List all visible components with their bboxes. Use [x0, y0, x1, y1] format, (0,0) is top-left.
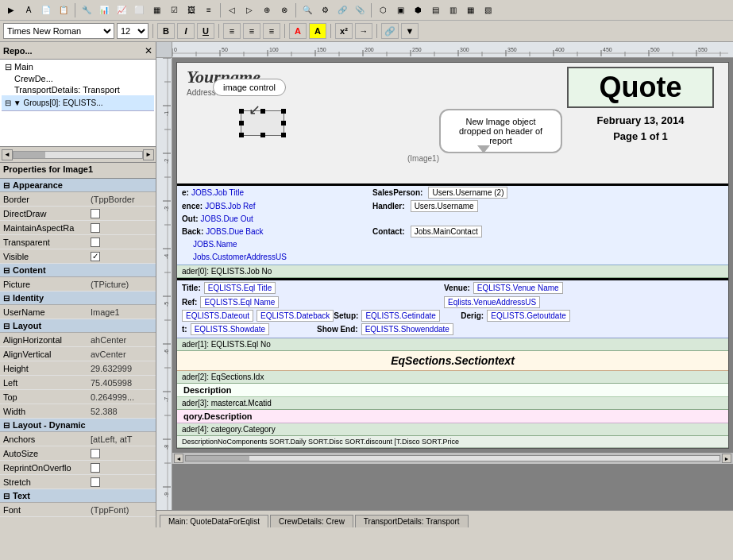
tool21-btn[interactable]: ⬡ [375, 2, 391, 18]
tool9-btn[interactable]: ▦ [149, 2, 164, 18]
tool17-btn[interactable]: 🔍 [299, 2, 315, 18]
prop-directdraw-check[interactable] [91, 209, 100, 218]
prop-font-value[interactable]: (TppFont) [91, 505, 152, 515]
tool23-btn[interactable]: ⬢ [410, 2, 426, 18]
scroll-left-btn[interactable]: ◄ [2, 149, 13, 160]
prop-height-value[interactable]: 29.632999 [91, 364, 152, 373]
props-section-identity[interactable]: ⊟ Identity [0, 292, 156, 305]
tree-item-transport[interactable]: TransportDetails: Transport [2, 84, 154, 95]
hscroll-right-btn[interactable]: ► [722, 454, 731, 463]
prop-width-value[interactable]: 52.388 [91, 407, 152, 416]
tool26-btn[interactable]: ▦ [462, 2, 478, 18]
image1-placeholder[interactable] [241, 110, 284, 136]
hscrollbar[interactable]: ◄ ► [172, 453, 733, 464]
superscript-btn[interactable]: x² [335, 23, 353, 39]
prop-anchors-value[interactable]: [atLeft, atT [91, 434, 152, 444]
prop-alignv-value[interactable]: avCenter [91, 350, 152, 359]
jobs-contact-label: Contact: [372, 227, 405, 236]
eqlists-showdate-value: EQLISTS.Showdate [191, 323, 270, 335]
link-btn[interactable]: 🔗 [381, 23, 399, 39]
props-section-text[interactable]: ⊟ Text [0, 489, 156, 503]
underline-btn[interactable]: U [197, 23, 214, 39]
hscroll-track[interactable] [185, 455, 720, 462]
tool8-btn[interactable]: ⬜ [131, 2, 147, 18]
eqlists-showdate-t: t: [182, 325, 187, 334]
tool27-btn[interactable]: ▧ [480, 2, 496, 18]
props-section-content[interactable]: ⊟ Content [0, 264, 156, 277]
tab-main[interactable]: Main: QuoteDataForEqlist [160, 515, 268, 527]
props-section-layout-dyn[interactable]: ⊟ Layout - Dynamic [0, 419, 156, 432]
jobs-row-out: Out: JOBS.Due Out [177, 213, 728, 226]
ruler-svg: 0 50 100 150 200 250 [172, 42, 733, 56]
prop-autosize-check[interactable] [91, 449, 100, 458]
prop-username-value[interactable]: Image1 [91, 307, 152, 317]
handle-ml [239, 121, 244, 126]
tab-crew[interactable]: CrewDetails: Crew [270, 515, 353, 527]
prop-left-name: Left [3, 378, 91, 388]
tool13-btn[interactable]: ◁ [224, 2, 240, 18]
prop-reprintoverflow-check[interactable] [91, 463, 100, 473]
prop-left-value[interactable]: 75.405998 [91, 378, 152, 388]
scroll-track[interactable] [13, 151, 143, 159]
tool20-btn[interactable]: 📎 [352, 2, 368, 18]
canvas-area[interactable]: 0 50 100 150 200 250 [156, 42, 733, 527]
bold-btn[interactable]: B [157, 23, 175, 39]
align-center-btn[interactable]: ≡ [243, 23, 260, 39]
prop-transparent: Transparent [0, 235, 156, 249]
tool12-btn[interactable]: ≡ [201, 2, 217, 18]
tree-item-crewdetails[interactable]: CrewDe... [2, 73, 154, 84]
more-btn[interactable]: ▼ [401, 23, 419, 39]
eqlists-title-label: Title: [182, 284, 201, 292]
tool10-btn[interactable]: ☑ [166, 2, 182, 18]
tool14-btn[interactable]: ▷ [241, 2, 257, 18]
report-scroll[interactable]: image control ↙ Yourname AddressUS [172, 58, 733, 510]
tool3-btn[interactable]: 📄 [38, 2, 54, 18]
tool18-btn[interactable]: ⚙ [317, 2, 333, 18]
tree-item-main[interactable]: ⊟ Main [2, 61, 154, 73]
tool25-btn[interactable]: ▥ [445, 2, 461, 18]
tool15-btn[interactable]: ⊕ [259, 2, 275, 18]
svg-text:-7: -7 [164, 397, 169, 402]
prop-picture-value[interactable]: (TPicture) [91, 280, 152, 289]
tool11-btn[interactable]: 🖼 [183, 2, 199, 18]
prop-visible-check[interactable]: ✓ [91, 252, 100, 261]
prop-maintainaspect-check[interactable] [91, 223, 100, 233]
font-size-select[interactable]: 12 [117, 23, 149, 39]
handle-bl [239, 133, 244, 137]
tool5-btn[interactable]: 🔧 [79, 2, 95, 18]
italic-btn[interactable]: I [177, 23, 195, 39]
bg-color-btn[interactable]: A [309, 23, 326, 39]
tool16-btn[interactable]: ⊗ [276, 2, 292, 18]
props-section-appearance[interactable]: ⊟ Appearance [0, 179, 156, 192]
prop-stretch-check[interactable] [91, 477, 100, 487]
font-color-btn[interactable]: A [289, 23, 307, 39]
scroll-right-btn[interactable]: ► [143, 149, 154, 160]
tree-item-groups[interactable]: ⊟ ▼ Groups[0]: EQLISTS... [2, 95, 154, 111]
close-panel-btn[interactable]: ✕ [145, 45, 152, 56]
font-name-select[interactable]: Times New Roman [3, 23, 114, 39]
eqlists-setup-col2: Setup: EQLISTS.Getindate [334, 310, 461, 322]
tool24-btn[interactable]: ▤ [427, 2, 443, 18]
tool7-btn[interactable]: 📈 [114, 2, 129, 18]
prop-alignh: AlignHorizontal ahCenter [0, 333, 156, 347]
prop-transparent-check[interactable] [91, 238, 100, 247]
tab-transport[interactable]: TransportDetails: Transport [355, 515, 469, 527]
tool4-btn[interactable]: 📋 [56, 2, 71, 18]
eqlists-venue-label: Venue: [444, 284, 470, 292]
props-section-layout[interactable]: ⊟ Layout [0, 319, 156, 333]
prop-alignh-value[interactable]: ahCenter [91, 335, 152, 345]
hscroll-left-btn[interactable]: ◄ [174, 454, 183, 463]
text-tool-btn[interactable]: A [21, 2, 37, 18]
tree-scrollbar[interactable]: ◄ ► [0, 147, 156, 163]
align-right-btn[interactable]: ≡ [263, 23, 280, 39]
tool22-btn[interactable]: ▣ [392, 2, 408, 18]
jobs-row-name: JOBS.Name [177, 238, 728, 251]
select-tool-btn[interactable]: ▶ [3, 2, 19, 18]
tool6-btn[interactable]: 📊 [96, 2, 112, 18]
eqlists-venueaddr-value: Eqlists.VenueAddressUS [444, 296, 540, 308]
align-left-btn[interactable]: ≡ [223, 23, 241, 39]
prop-top-value[interactable]: 0.264999... [91, 392, 152, 402]
indent-btn[interactable]: → [355, 23, 372, 39]
prop-border-value[interactable]: (TppBorder [91, 195, 152, 204]
tool19-btn[interactable]: 🔗 [334, 2, 350, 18]
